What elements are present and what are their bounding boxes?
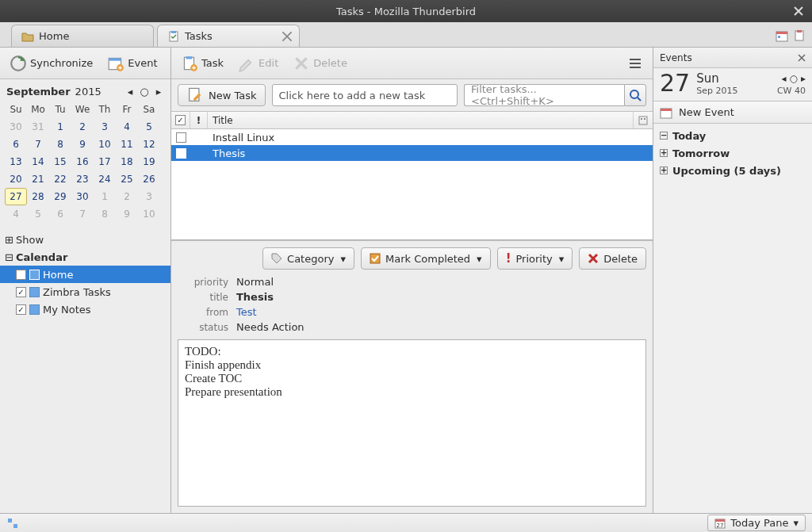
checkbox[interactable] (16, 270, 26, 280)
new-task-input[interactable]: Click here to add a new task (272, 84, 458, 106)
filter-tasks-input[interactable]: Filter tasks... <Ctrl+Shift+K> (464, 84, 624, 106)
calendar-item[interactable]: Home (0, 266, 170, 283)
tab-tasks[interactable]: Tasks (157, 25, 300, 47)
calendar-day[interactable]: 29 (49, 188, 71, 205)
calendar-day[interactable]: 10 (138, 205, 160, 223)
calendar-day[interactable]: 27 (5, 188, 27, 205)
calendar-day[interactable]: 30 (5, 118, 27, 136)
calendar-day[interactable]: 25 (116, 170, 138, 188)
tree-show[interactable]: ⊞ Show (0, 231, 170, 248)
calendar-day[interactable]: 10 (94, 136, 116, 153)
window-close-button[interactable] (791, 4, 806, 18)
calendar-day[interactable]: 3 (138, 188, 160, 205)
date-prev[interactable]: ◂ (781, 73, 786, 84)
menu-button[interactable] (624, 52, 646, 75)
calendar-day[interactable]: 16 (71, 153, 94, 170)
date-next[interactable]: ▸ (801, 73, 806, 84)
calendar-item[interactable]: ✓Zimbra Tasks (0, 283, 170, 300)
calendar-day[interactable]: 8 (94, 205, 116, 223)
new-event-row[interactable]: New Event (653, 101, 812, 124)
minimonth-today[interactable]: ○ (139, 86, 150, 98)
calendar-day[interactable]: 5 (27, 205, 49, 223)
calendar-day[interactable]: 30 (71, 188, 94, 205)
agenda-section[interactable]: −Today (653, 127, 812, 144)
collapse-icon[interactable]: − (660, 132, 668, 140)
calendar-day[interactable]: 21 (27, 170, 49, 188)
close-events-pane[interactable] (798, 54, 806, 62)
calendar-day[interactable]: 24 (94, 170, 116, 188)
calendar-day[interactable]: 7 (27, 136, 49, 153)
tab-close-icon[interactable] (282, 31, 293, 42)
calendar-color-swatch (29, 304, 40, 315)
calendar-day[interactable]: 18 (116, 153, 138, 170)
calendar-day[interactable]: 31 (27, 118, 49, 136)
calendar-day[interactable]: 4 (5, 205, 27, 223)
search-button[interactable] (624, 84, 646, 106)
delete-task-button[interactable]: Delete (579, 247, 646, 270)
column-title[interactable]: Title (208, 112, 634, 128)
checkbox[interactable]: ✓ (16, 287, 26, 297)
calendar-day[interactable]: 8 (49, 136, 71, 153)
task-checkbox[interactable] (176, 132, 186, 143)
calendar-day[interactable]: 4 (116, 118, 138, 136)
calendar-day[interactable]: 15 (49, 153, 71, 170)
calendar-day[interactable]: 7 (71, 205, 94, 223)
expand-icon[interactable]: + (660, 166, 668, 174)
agenda-section[interactable]: +Upcoming (5 days) (653, 162, 812, 179)
expand-icon[interactable]: ⊞ (5, 234, 13, 246)
priority-button[interactable]: ! Priority ▾ (497, 247, 573, 270)
calendar-day[interactable]: 6 (49, 205, 71, 223)
category-button[interactable]: Category ▾ (262, 247, 354, 270)
calendar-day[interactable]: 11 (116, 136, 138, 153)
calendar-day[interactable]: 26 (138, 170, 160, 188)
expand-icon[interactable]: + (660, 149, 668, 157)
checkbox[interactable]: ✓ (16, 304, 26, 315)
task-row[interactable]: Thesis (171, 145, 653, 161)
x-icon (293, 55, 310, 72)
tab-home[interactable]: Home (11, 25, 154, 47)
collapse-icon[interactable]: ⊟ (5, 251, 13, 263)
agenda-section[interactable]: +Tomorrow (653, 144, 812, 162)
calendar-day[interactable]: 12 (138, 136, 160, 153)
column-priority[interactable]: ! (190, 112, 208, 128)
synchronize-button[interactable]: Synchronize (6, 52, 96, 75)
calendar-day[interactable]: 22 (49, 170, 71, 188)
calendar-day[interactable]: 6 (5, 136, 27, 153)
calendar-day[interactable]: 9 (116, 205, 138, 223)
today-pane-button[interactable]: 27 Today Pane ▾ (707, 515, 806, 531)
calendar-day[interactable]: 9 (71, 136, 94, 153)
calendar-day[interactable]: 5 (138, 118, 160, 136)
task-checkbox[interactable] (176, 148, 186, 159)
calendar-day[interactable]: 23 (71, 170, 94, 188)
calendar-day[interactable]: 1 (49, 118, 71, 136)
column-picker[interactable] (634, 112, 653, 128)
calendar-day[interactable]: 2 (116, 188, 138, 205)
event-button[interactable]: Event (104, 52, 160, 75)
calendar-tab-icon[interactable] (776, 29, 788, 42)
task-button[interactable]: Task (178, 52, 227, 75)
tasks-tab-icon[interactable] (793, 29, 806, 42)
task-description[interactable]: TODO: Finish appendix Create TOC Prepare… (178, 339, 646, 507)
calendar-item[interactable]: ✓My Notes (0, 300, 170, 318)
mark-completed-button[interactable]: Mark Completed ▾ (361, 247, 491, 270)
value-from[interactable]: Test (236, 306, 643, 318)
column-completed[interactable]: ✓ (171, 112, 190, 128)
calendar-day[interactable]: 1 (94, 188, 116, 205)
task-list[interactable]: Install LinuxThesis (171, 129, 653, 240)
calendar-day[interactable]: 3 (94, 118, 116, 136)
calendar-day[interactable]: 28 (27, 188, 49, 205)
tree-calendar[interactable]: ⊟ Calendar (0, 248, 170, 266)
day-header: Th (94, 101, 116, 118)
calendar-day[interactable]: 13 (5, 153, 27, 170)
date-today[interactable]: ○ (789, 73, 797, 84)
activity-icon[interactable] (6, 517, 19, 530)
calendar-day[interactable]: 17 (94, 153, 116, 170)
task-row[interactable]: Install Linux (171, 129, 653, 145)
calendar-day[interactable]: 2 (71, 118, 94, 136)
minimonth-prev[interactable]: ◂ (124, 86, 136, 98)
minimonth-next[interactable]: ▸ (153, 86, 164, 98)
calendar-day[interactable]: 20 (5, 170, 27, 188)
new-task-button[interactable]: New Task (178, 84, 266, 106)
calendar-day[interactable]: 14 (27, 153, 49, 170)
calendar-day[interactable]: 19 (138, 153, 160, 170)
